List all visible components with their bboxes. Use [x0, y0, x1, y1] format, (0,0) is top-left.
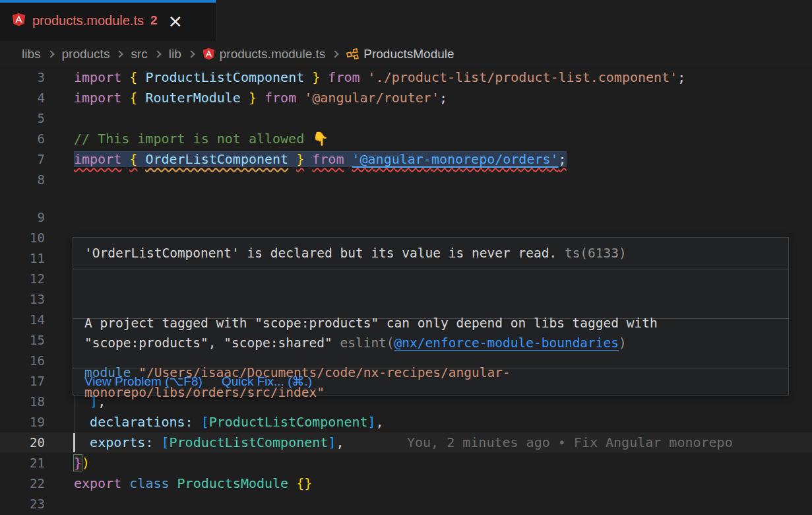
- line-number-21: 21: [0, 453, 45, 473]
- error-highlighted-import: import { OrderListComponent } from '@ang…: [74, 151, 567, 167]
- line-number-11: 11: [0, 248, 45, 269]
- line-number-22: 22: [0, 473, 45, 494]
- line-number-10: 10: [0, 228, 45, 248]
- line-number-18: 18: [0, 392, 45, 412]
- line-number-9: 9: [0, 207, 45, 228]
- class-symbol-icon: [346, 48, 359, 60]
- breadcrumb-item-productsmodule[interactable]: ProductsModule: [346, 47, 454, 61]
- chevron-right-icon: [47, 50, 54, 57]
- tab-bar: products.module.ts 2 ×: [0, 0, 812, 41]
- line-number-7: 7: [0, 149, 45, 170]
- tab-problem-badge: 2: [150, 13, 158, 28]
- line-number-23: 23: [0, 494, 45, 514]
- breadcrumb: libsproductssrclibproducts.module.tsProd…: [0, 41, 812, 67]
- close-icon[interactable]: ×: [168, 12, 183, 30]
- code-line-22: export class ProductsModule {}: [74, 473, 312, 494]
- angular-icon: [203, 48, 215, 60]
- breadcrumb-item-lib[interactable]: lib: [169, 47, 181, 61]
- tab-label: products.module.ts: [32, 13, 144, 28]
- problem-hover-popup: 'OrderListComponent' is declared but its…: [73, 237, 789, 395]
- line-number-13: 13: [0, 289, 45, 310]
- code-line-21: }): [74, 453, 90, 473]
- line-number-17: 17: [0, 371, 45, 392]
- line-number-19: 19: [0, 412, 45, 432]
- hover-eslint-diagnostic: A project tagged with "scope:products" c…: [73, 269, 788, 319]
- code-line-6: // This import is not allowed 👇: [74, 129, 328, 149]
- line-number-8: 8: [0, 170, 45, 190]
- code-editor[interactable]: 34567891011121314151617181920212223 impo…: [0, 67, 812, 515]
- quick-fix-button[interactable]: Quick Fix... (⌘.): [222, 374, 312, 389]
- hover-ts-diagnostic: 'OrderListComponent' is declared but its…: [73, 238, 788, 269]
- chevron-right-icon: [154, 50, 161, 57]
- text-cursor: [73, 433, 75, 452]
- chevron-right-icon: [332, 50, 339, 57]
- line-number-6: 6: [0, 129, 45, 149]
- code-line-4: import { RouterModule } from '@angular/r…: [74, 88, 447, 108]
- angular-icon: [12, 13, 26, 29]
- line-number-12: 12: [0, 269, 45, 289]
- breadcrumb-item-libs[interactable]: libs: [22, 47, 41, 61]
- code-line-3: import { ProductListComponent } from './…: [74, 67, 685, 88]
- line-number-15: 15: [0, 330, 45, 351]
- chevron-right-icon: [116, 50, 123, 57]
- breadcrumb-item-products[interactable]: products: [62, 47, 110, 61]
- tab-products-module[interactable]: products.module.ts 2 ×: [0, 0, 216, 41]
- line-number-5: 5: [0, 108, 45, 129]
- line-number-4: 4: [0, 88, 45, 108]
- line-number-16: 16: [0, 351, 45, 371]
- line-number-14: 14: [0, 310, 45, 330]
- breadcrumb-item-products-module-ts[interactable]: products.module.ts: [203, 47, 326, 61]
- line-number-3: 3: [0, 67, 45, 88]
- chevron-right-icon: [187, 50, 195, 57]
- code-line-7: import { OrderListComponent } from '@ang…: [74, 149, 567, 170]
- breadcrumb-item-src[interactable]: src: [131, 47, 147, 61]
- view-problem-button[interactable]: View Problem (⌥F8): [84, 374, 203, 389]
